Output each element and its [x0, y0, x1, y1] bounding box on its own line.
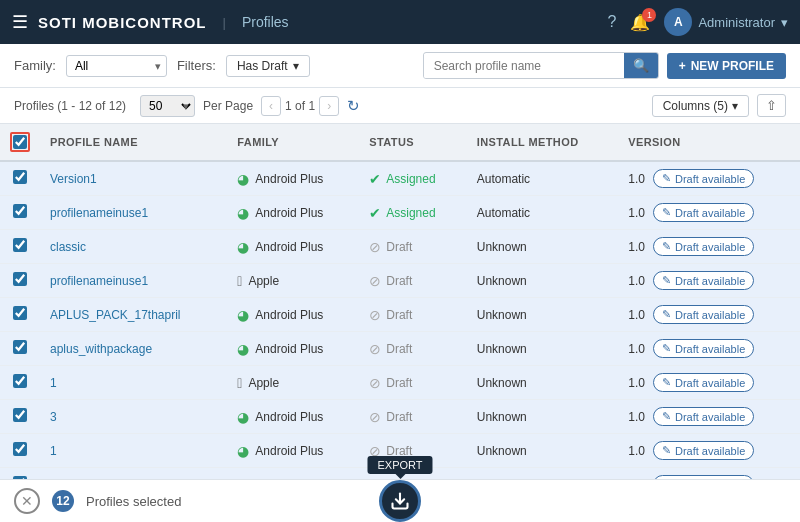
- filters-button[interactable]: Has Draft ▾: [226, 55, 310, 77]
- family-label: Android Plus: [255, 172, 323, 186]
- header-checkbox-cell: [0, 124, 40, 161]
- draft-edit-icon: ✎: [662, 342, 671, 355]
- page-next-button[interactable]: ›: [319, 96, 339, 116]
- profile-name-link[interactable]: 1: [50, 376, 57, 390]
- export-top-button[interactable]: ⇧: [757, 94, 786, 117]
- draft-available-badge[interactable]: ✎Draft available: [653, 305, 754, 324]
- apple-icon: : [237, 375, 242, 391]
- row-checkbox[interactable]: [13, 306, 27, 320]
- android-plus-icon: ◕: [237, 205, 249, 221]
- toolbar-left: Family: All Android Plus Apple Filters: …: [14, 55, 310, 77]
- status-label: Draft: [386, 274, 412, 288]
- version-number: 1.0: [628, 410, 645, 424]
- profile-name-link[interactable]: classic: [50, 240, 86, 254]
- search-input[interactable]: [424, 54, 624, 78]
- draft-available-label: Draft available: [675, 377, 745, 389]
- help-icon[interactable]: ?: [608, 13, 617, 31]
- row-checkbox[interactable]: [13, 374, 27, 388]
- row-checkbox[interactable]: [13, 442, 27, 456]
- draft-available-label: Draft available: [675, 207, 745, 219]
- family-label: Android Plus: [255, 240, 323, 254]
- filter-chevron-icon: ▾: [293, 59, 299, 73]
- profile-name-link[interactable]: profilenameinuse1: [50, 274, 148, 288]
- draft-available-badge[interactable]: ✎Draft available: [653, 271, 754, 290]
- row-checkbox[interactable]: [13, 204, 27, 218]
- row-status: ⊘Draft: [359, 332, 466, 366]
- row-checkbox[interactable]: [13, 272, 27, 286]
- row-status: ⊘Draft: [359, 230, 466, 264]
- close-selection-button[interactable]: ✕: [14, 488, 40, 514]
- draft-edit-icon: ✎: [662, 376, 671, 389]
- profile-name-link[interactable]: aplus_withpackage: [50, 342, 152, 356]
- draft-edit-icon: ✎: [662, 240, 671, 253]
- draft-available-label: Draft available: [675, 275, 745, 287]
- row-family: Apple: [227, 366, 359, 400]
- profile-name-link[interactable]: 3: [50, 410, 57, 424]
- page-prev-button[interactable]: ‹: [261, 96, 281, 116]
- header-checkbox-wrap: [10, 132, 30, 152]
- row-profile-name: 1: [40, 434, 227, 468]
- family-select[interactable]: All Android Plus Apple: [66, 55, 167, 77]
- row-family: ◕Android Plus: [227, 400, 359, 434]
- row-version: 1.0✎Draft available: [618, 196, 800, 230]
- draft-available-badge[interactable]: ✎Draft available: [653, 407, 754, 426]
- row-family: ◕Android Plus: [227, 434, 359, 468]
- row-checkbox[interactable]: [13, 340, 27, 354]
- family-label: Android Plus: [255, 206, 323, 220]
- profile-name-link[interactable]: APLUS_PACK_17thapril: [50, 308, 181, 322]
- row-status: ✔Assigned: [359, 196, 466, 230]
- row-install-method: Automatic: [467, 161, 619, 196]
- profile-name-link[interactable]: profilenameinuse1: [50, 206, 148, 220]
- notification-icon[interactable]: 🔔 1: [630, 13, 650, 32]
- selected-count-badge: 12: [52, 490, 74, 512]
- draft-edit-icon: ✎: [662, 410, 671, 423]
- row-checkbox[interactable]: [13, 408, 27, 422]
- row-profile-name: profilenameinuse1: [40, 264, 227, 298]
- refresh-button[interactable]: ↻: [347, 97, 360, 115]
- draft-available-badge[interactable]: ✎Draft available: [653, 237, 754, 256]
- row-family: ◕Android Plus: [227, 230, 359, 264]
- row-install-method: Unknown: [467, 298, 619, 332]
- row-checkbox-cell: [0, 332, 40, 366]
- row-checkbox-cell: [0, 434, 40, 468]
- row-checkbox-cell: [0, 264, 40, 298]
- columns-button[interactable]: Columns (5) ▾: [652, 95, 749, 117]
- row-status: ⊘Draft: [359, 264, 466, 298]
- perpage-select-wrap[interactable]: 50 25 100: [140, 95, 195, 117]
- export-button[interactable]: [379, 480, 421, 522]
- table-row: APLUS_PACK_17thapril◕Android Plus⊘DraftU…: [0, 298, 800, 332]
- row-install-method: Unknown: [467, 264, 619, 298]
- filters-label: Filters:: [177, 58, 216, 73]
- row-checkbox[interactable]: [13, 238, 27, 252]
- avatar: A: [664, 8, 692, 36]
- draft-available-badge[interactable]: ✎Draft available: [653, 169, 754, 188]
- user-menu[interactable]: A Administrator ▾: [664, 8, 788, 36]
- version-number: 1.0: [628, 172, 645, 186]
- bottom-bar: ✕ 12 Profiles selected EXPORT: [0, 479, 800, 522]
- new-profile-button[interactable]: + NEW PROFILE: [667, 53, 786, 79]
- perpage-select[interactable]: 50 25 100: [140, 95, 195, 117]
- select-all-checkbox[interactable]: [13, 135, 27, 149]
- draft-status-icon: ⊘: [369, 239, 381, 255]
- draft-available-label: Draft available: [675, 343, 745, 355]
- search-button[interactable]: 🔍: [624, 53, 658, 78]
- row-checkbox[interactable]: [13, 170, 27, 184]
- filter-value: Has Draft: [237, 59, 288, 73]
- table-header: PROFILE NAME FAMILY STATUS INSTALL METHO…: [0, 124, 800, 161]
- version-number: 1.0: [628, 444, 645, 458]
- row-version: 1.0✎Draft available: [618, 400, 800, 434]
- family-select-wrap[interactable]: All Android Plus Apple: [66, 55, 167, 77]
- draft-available-badge[interactable]: ✎Draft available: [653, 203, 754, 222]
- plus-icon: +: [679, 59, 686, 73]
- hamburger-menu-icon[interactable]: ☰: [12, 11, 28, 33]
- row-profile-name: 3: [40, 400, 227, 434]
- draft-available-badge[interactable]: ✎Draft available: [653, 441, 754, 460]
- draft-available-badge[interactable]: ✎Draft available: [653, 373, 754, 392]
- row-checkbox-cell: [0, 196, 40, 230]
- brand-logo: SOTI MOBICONTROL: [38, 14, 207, 31]
- new-profile-label: NEW PROFILE: [691, 59, 774, 73]
- draft-available-badge[interactable]: ✎Draft available: [653, 339, 754, 358]
- profile-name-link[interactable]: Version1: [50, 172, 97, 186]
- status-label: Draft: [386, 410, 412, 424]
- profile-name-link[interactable]: 1: [50, 444, 57, 458]
